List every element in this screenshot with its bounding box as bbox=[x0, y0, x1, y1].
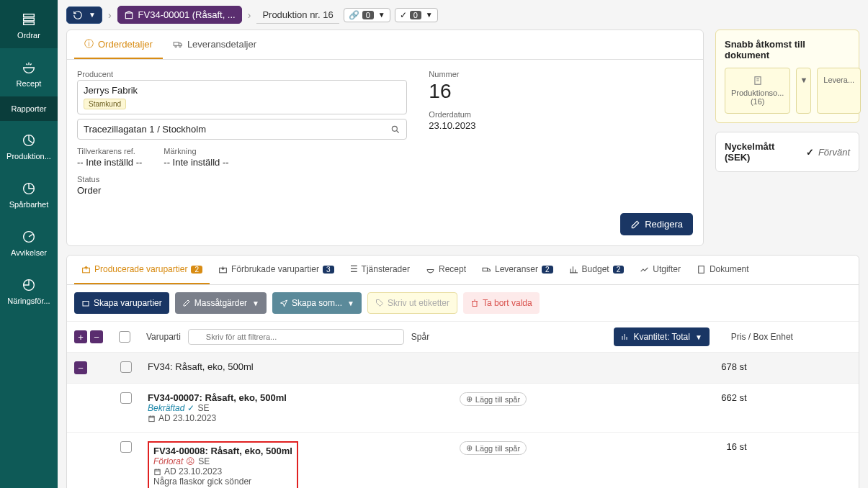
create-as-button[interactable]: Skapa som... ▼ bbox=[272, 292, 362, 314]
quantity-dropdown[interactable]: Kvantitet: Total ▼ bbox=[614, 327, 709, 346]
create-lots-button[interactable]: Skapa varupartier bbox=[74, 292, 169, 314]
doc-production-button[interactable]: Produktionso... (16) bbox=[725, 68, 790, 114]
mark-value: -- Inte inställd -- bbox=[164, 157, 228, 168]
remove-selected-button[interactable]: Ta bort valda bbox=[463, 292, 540, 314]
quick-access-block: Snabb åtkomst till dokument Produktionso… bbox=[715, 30, 859, 123]
collapse-all-button[interactable]: − bbox=[90, 330, 103, 343]
btn-label: Skriv ut etiketter bbox=[388, 298, 449, 308]
sidebar-section-reports[interactable]: Rapporter bbox=[0, 96, 58, 121]
sidebar-label: Produktion... bbox=[6, 152, 51, 161]
subtab-recipe[interactable]: Recept bbox=[419, 256, 473, 284]
col-spar: Spår bbox=[411, 332, 607, 342]
sidebar-item-deviations[interactable]: Avvikelser bbox=[0, 217, 58, 266]
tab-label: Orderdetaljer bbox=[98, 39, 153, 50]
svg-rect-0 bbox=[24, 14, 35, 17]
sidebar: Ordrar Recept Rapporter Produktion... Sp… bbox=[0, 0, 58, 488]
svg-rect-2 bbox=[24, 22, 35, 24]
inbox-icon bbox=[218, 265, 228, 274]
subtabs: Producerade varupartier 2 Förbrukade var… bbox=[67, 256, 859, 285]
link-chip[interactable]: 🔗 0 ▼ bbox=[344, 8, 390, 22]
sidebar-item-recipes[interactable]: Recept bbox=[0, 48, 58, 96]
add-trace-button[interactable]: ⊕ Lägg till spår bbox=[460, 441, 527, 455]
print-labels-button[interactable]: Skriv ut etiketter bbox=[367, 292, 457, 314]
subtab-produced[interactable]: Producerade varupartier 2 bbox=[74, 256, 210, 284]
edit-button[interactable]: Redigera bbox=[620, 213, 693, 235]
sidebar-item-traceability[interactable]: Spårbarhet bbox=[0, 169, 58, 217]
address-search[interactable]: Tracezillagatan 1 / Stockholm bbox=[77, 119, 407, 140]
row-checkbox[interactable] bbox=[120, 441, 132, 453]
qty-label: Kvantitet: Total bbox=[633, 332, 690, 342]
truck-icon bbox=[173, 39, 183, 49]
check-icon: ✓ bbox=[400, 10, 407, 20]
box-icon bbox=[124, 10, 134, 20]
svg-point-10 bbox=[179, 45, 181, 47]
filter-input[interactable] bbox=[188, 329, 404, 345]
pie-icon bbox=[19, 275, 39, 295]
group-qty: 678 st bbox=[625, 361, 747, 372]
lot-country: SE bbox=[198, 456, 210, 466]
table-row: FV34-00007: Råsaft, eko, 500ml Bekräftad… bbox=[67, 384, 859, 433]
edit-icon bbox=[182, 299, 191, 307]
expand-all-button[interactable]: + bbox=[74, 330, 87, 343]
tab-delivery-details[interactable]: Leveransdetaljer bbox=[163, 30, 267, 59]
row-checkbox[interactable] bbox=[120, 392, 132, 404]
table-header: + − Varuparti Spår Kvantitet: Total bbox=[67, 322, 859, 353]
pdf-icon bbox=[753, 76, 763, 86]
keymetrics-label: Nyckelmått (SEK) bbox=[725, 141, 802, 163]
group-name: FV34: Råsaft, eko, 500ml bbox=[148, 361, 452, 372]
svg-rect-15 bbox=[483, 268, 488, 271]
recipe-icon bbox=[426, 265, 435, 274]
sad-icon: ☹ bbox=[186, 456, 195, 466]
subtab-label: Recept bbox=[439, 264, 466, 274]
subtab-deliveries[interactable]: Leveranser 2 bbox=[475, 256, 560, 284]
subtab-budget[interactable]: Budget 2 bbox=[562, 256, 632, 284]
plus-icon: ⊕ bbox=[466, 394, 473, 404]
svg-rect-17 bbox=[83, 302, 89, 307]
sidebar-item-production[interactable]: Produktion... bbox=[0, 121, 58, 169]
sidebar-label: Rapporter bbox=[12, 104, 47, 113]
subtab-service[interactable]: ☰ Tjänsterader bbox=[343, 256, 417, 284]
subtab-label: Tjänsterader bbox=[362, 264, 410, 274]
breadcrumb-production: Produktion nr. 16 bbox=[256, 6, 339, 24]
doc-delivery-button[interactable]: Levera... bbox=[817, 68, 861, 114]
list-icon bbox=[19, 9, 39, 30]
trash-icon bbox=[470, 299, 479, 307]
chip-count: 0 bbox=[410, 11, 421, 19]
sidebar-item-nutrition[interactable]: Näringsför... bbox=[0, 266, 58, 314]
count-badge: 3 bbox=[323, 266, 334, 274]
producer-field[interactable]: Jerrys Fabrik Stamkund bbox=[77, 80, 407, 114]
bowl-icon bbox=[19, 58, 39, 78]
svg-point-9 bbox=[175, 45, 176, 47]
tab-order-details[interactable]: ⓘ Orderdetaljer bbox=[74, 30, 163, 59]
doc-label: Levera... bbox=[823, 76, 854, 84]
producer-tag: Stamkund bbox=[84, 99, 126, 109]
history-button[interactable]: ▼ bbox=[66, 6, 102, 24]
calendar-icon bbox=[153, 468, 161, 476]
lot-date: AD 23.10.2023 bbox=[158, 413, 216, 423]
svg-rect-21 bbox=[155, 469, 160, 474]
doc-caret[interactable]: ▼ bbox=[796, 68, 811, 114]
breadcrumb-lot[interactable]: FV34-00001 (Råsaft, ... bbox=[117, 6, 242, 24]
lot-note: Några flaskor gick sönder bbox=[153, 476, 292, 487]
sidebar-item-orders[interactable]: Ordrar bbox=[0, 0, 58, 48]
orderdate-label: Orderdatum bbox=[429, 110, 693, 119]
btn-label: Skapa som... bbox=[292, 298, 342, 308]
sidebar-label: Ordrar bbox=[17, 31, 40, 40]
row-checkbox[interactable] bbox=[120, 361, 132, 373]
mass-actions-button[interactable]: Massåtgärder ▼ bbox=[175, 292, 267, 314]
lot-date: AD 23.10.2023 bbox=[164, 466, 222, 476]
chip-count: 0 bbox=[362, 11, 374, 19]
add-trace-button[interactable]: ⊕ Lägg till spår bbox=[460, 392, 527, 406]
collapse-group-button[interactable]: − bbox=[74, 361, 87, 374]
subtab-consumed[interactable]: Förbrukade varupartier 3 bbox=[211, 256, 341, 284]
subtab-expenses[interactable]: Utgifter bbox=[632, 256, 688, 284]
chart-icon bbox=[621, 333, 630, 341]
caret-down-icon: ▼ bbox=[252, 299, 259, 307]
select-all-checkbox[interactable] bbox=[119, 331, 130, 343]
producer-label: Producent bbox=[77, 70, 407, 78]
lines-icon: ☰ bbox=[350, 264, 358, 274]
check-chip[interactable]: ✓ 0 ▼ bbox=[395, 8, 438, 22]
count-badge: 2 bbox=[542, 266, 553, 274]
subtab-documents[interactable]: Dokument bbox=[689, 256, 756, 284]
table-row: FV34-00008: Råsaft, eko, 500ml Förlorat … bbox=[67, 433, 859, 488]
